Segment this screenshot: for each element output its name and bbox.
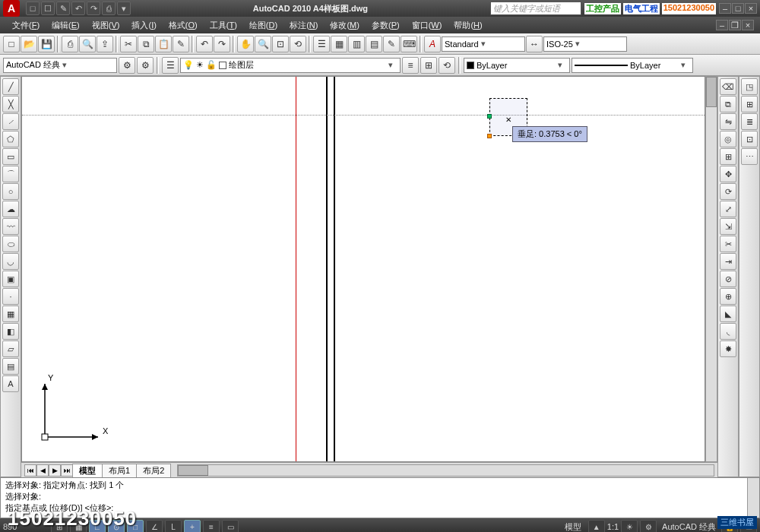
- circle-icon[interactable]: ○: [2, 183, 19, 200]
- paste-icon[interactable]: 📋: [155, 36, 172, 52]
- layer-panel-icon[interactable]: ≣: [741, 113, 758, 130]
- gradient-icon[interactable]: ◧: [2, 323, 19, 340]
- mdi-restore[interactable]: ❐: [729, 20, 741, 30]
- print-icon[interactable]: ⎙: [62, 36, 78, 52]
- pan-icon[interactable]: ✋: [237, 36, 254, 52]
- rect-icon[interactable]: ▭: [2, 148, 19, 165]
- hscrollbar[interactable]: [177, 464, 714, 477]
- tab-layout1[interactable]: 布局1: [102, 464, 137, 477]
- move-icon[interactable]: ✥: [720, 166, 736, 182]
- textstyle-combo[interactable]: Standard▾: [442, 36, 525, 52]
- undo-icon[interactable]: ↶: [196, 36, 213, 52]
- mtext-icon[interactable]: A: [2, 375, 19, 392]
- revcloud-icon[interactable]: ☁: [2, 201, 19, 217]
- grid-toggle[interactable]: ▦: [70, 520, 87, 532]
- menu-insert[interactable]: 插入(I): [125, 18, 162, 33]
- zoom-prev-icon[interactable]: ⟲: [290, 36, 306, 52]
- qat-print-icon[interactable]: ⎙: [102, 2, 116, 15]
- ws-label[interactable]: AutoCAD 经典: [659, 521, 719, 533]
- zoom-rt-icon[interactable]: 🔍: [255, 36, 271, 52]
- preview-icon[interactable]: 🔍: [79, 36, 96, 52]
- workspace-combo[interactable]: AutoCAD 经典▾: [3, 58, 117, 73]
- color-combo[interactable]: ByLayer▾: [464, 58, 570, 73]
- ortho-toggle[interactable]: ∟: [89, 520, 106, 532]
- tab-layout2[interactable]: 布局2: [136, 464, 171, 477]
- menu-dimension[interactable]: 标注(N): [283, 18, 324, 33]
- layer-iso-icon[interactable]: ⊞: [420, 57, 437, 74]
- polar-toggle[interactable]: ⊙: [108, 520, 125, 532]
- fillet-icon[interactable]: ◟: [720, 323, 736, 340]
- block-icon[interactable]: ▣: [2, 271, 19, 287]
- line-icon[interactable]: ╱: [2, 78, 19, 95]
- qat-redo-icon[interactable]: ↷: [87, 2, 100, 15]
- menu-tools[interactable]: 工具(T): [204, 18, 243, 33]
- copy-obj-icon[interactable]: ⧉: [720, 96, 736, 112]
- region-icon[interactable]: ▱: [2, 340, 19, 357]
- sheet-set-icon[interactable]: ▤: [366, 36, 382, 52]
- rotate-icon[interactable]: ⟳: [720, 183, 736, 200]
- search-input[interactable]: 键入关键字或短语: [490, 2, 581, 15]
- layer-state-icon[interactable]: ≡: [402, 57, 419, 74]
- close-button[interactable]: ×: [745, 3, 757, 14]
- spline-icon[interactable]: 〰: [2, 218, 19, 235]
- model-space-label[interactable]: 模型: [560, 521, 586, 533]
- menu-param[interactable]: 参数(P): [366, 18, 406, 33]
- cut-icon[interactable]: ✂: [120, 36, 137, 52]
- menu-draw[interactable]: 绘图(D): [243, 18, 283, 33]
- arc-icon[interactable]: ⌒: [2, 166, 19, 182]
- vscrollbar[interactable]: [705, 76, 717, 462]
- ellipse-arc-icon[interactable]: ◡: [2, 253, 19, 270]
- save-icon[interactable]: 💾: [38, 36, 55, 52]
- tab-next[interactable]: ▶: [49, 464, 61, 477]
- viewcube-icon[interactable]: ◳: [741, 78, 758, 95]
- tab-model[interactable]: 模型: [72, 464, 103, 477]
- drawing-canvas[interactable]: ✕ 垂足: 0.3753 < 0° X Y: [21, 76, 705, 462]
- misc-icon[interactable]: ⋯: [741, 148, 758, 165]
- qat-more-icon[interactable]: ▾: [117, 2, 131, 15]
- layer-props-icon[interactable]: ☰: [162, 57, 179, 74]
- publish-icon[interactable]: ⇪: [97, 36, 113, 52]
- extend-icon[interactable]: ⇥: [720, 253, 736, 270]
- linetype-combo[interactable]: ByLayer▾: [572, 58, 693, 73]
- ws-switch-icon[interactable]: ⚙: [640, 520, 657, 532]
- dyn-toggle[interactable]: +: [184, 520, 201, 532]
- dimstyle-icon[interactable]: ↔: [526, 36, 543, 52]
- qp-toggle[interactable]: ▭: [222, 520, 239, 532]
- menu-edit[interactable]: 编辑(E): [46, 18, 86, 33]
- snap-toggle[interactable]: ⊞: [51, 520, 68, 532]
- command-window[interactable]: 选择对象: 指定对角点: 找到 1 个 选择对象: 指定基点或 [位移(D)] …: [0, 477, 760, 518]
- calc-icon[interactable]: ⌨: [401, 36, 417, 52]
- zoom-win-icon[interactable]: ⊡: [272, 36, 289, 52]
- layer-prev-icon[interactable]: ⟲: [439, 57, 455, 74]
- stretch-icon[interactable]: ⇲: [720, 218, 736, 235]
- scale-icon[interactable]: ⤢: [720, 201, 736, 217]
- erase-icon[interactable]: ⌫: [720, 78, 736, 95]
- xref-icon[interactable]: ⊡: [741, 131, 758, 147]
- navbar-icon[interactable]: ⊞: [741, 96, 758, 112]
- table-icon[interactable]: ▤: [2, 358, 19, 375]
- xline-icon[interactable]: ╳: [2, 96, 19, 112]
- tab-prev[interactable]: ◀: [36, 464, 49, 477]
- redo-icon[interactable]: ↷: [214, 36, 230, 52]
- tool-palette-icon[interactable]: ▥: [348, 36, 365, 52]
- markup-icon[interactable]: ✎: [383, 36, 400, 52]
- array-icon[interactable]: ⊞: [720, 148, 736, 165]
- mdi-min[interactable]: –: [716, 20, 728, 30]
- offset-icon[interactable]: ◎: [720, 131, 736, 147]
- new-icon[interactable]: □: [3, 36, 20, 52]
- maximize-button[interactable]: □: [732, 3, 744, 14]
- trim-icon[interactable]: ✂: [720, 236, 736, 252]
- match-icon[interactable]: ✎: [173, 36, 189, 52]
- menu-help[interactable]: 帮助(H): [448, 18, 488, 33]
- anno-scale-icon[interactable]: ▲: [588, 520, 605, 532]
- qat-save-icon[interactable]: ✎: [56, 2, 70, 15]
- copy-icon[interactable]: ⧉: [138, 36, 154, 52]
- app-icon[interactable]: A: [3, 0, 20, 17]
- tab-first[interactable]: ⏮: [24, 464, 36, 477]
- qat-undo-icon[interactable]: ↶: [71, 2, 85, 15]
- anno-vis-icon[interactable]: ☀: [621, 520, 638, 532]
- lwt-toggle[interactable]: ≡: [203, 520, 220, 532]
- qat-open-icon[interactable]: ☐: [41, 2, 55, 15]
- menu-modify[interactable]: 修改(M): [324, 18, 366, 33]
- ws-gear-icon[interactable]: ⚙: [137, 57, 154, 74]
